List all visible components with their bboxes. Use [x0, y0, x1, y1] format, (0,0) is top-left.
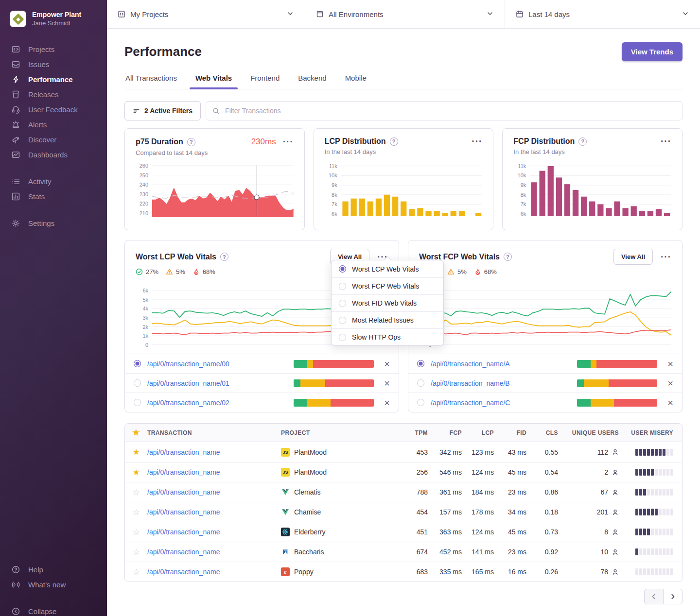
tab-mobile[interactable]: Mobile	[344, 72, 368, 89]
transaction-link[interactable]: /api/0/transaction_name	[147, 448, 220, 456]
dropdown-option-3[interactable]: Most Related Issues	[332, 311, 443, 328]
transaction-link[interactable]: /api/0/transaction_name/A	[431, 360, 510, 368]
sidebar-item-performance[interactable]: Performance	[0, 72, 107, 87]
option-radio[interactable]	[339, 300, 346, 307]
star-icon[interactable]: ★	[132, 468, 140, 477]
transaction-link[interactable]: /api/0/transaction_name	[147, 468, 220, 476]
help-icon[interactable]: ?	[504, 253, 512, 261]
transaction-link[interactable]: /api/0/transaction_name	[147, 528, 220, 536]
dropdown-option-1[interactable]: Worst FCP Web Vitals	[332, 277, 443, 294]
misery-segment	[655, 449, 658, 456]
card-menu-icon[interactable]: ···	[661, 138, 671, 144]
star-icon[interactable]: ★	[132, 448, 140, 456]
active-filters-button[interactable]: 2 Active Filters	[124, 101, 201, 120]
column-header-cls[interactable]: CLS	[526, 429, 558, 436]
org-switcher[interactable]: Empower Plant Jane Schmidt	[0, 8, 107, 27]
project-filter-dropdown[interactable]: My Projects	[107, 0, 305, 28]
sidebar-item-activity[interactable]: Activity	[0, 174, 107, 189]
option-radio[interactable]	[339, 317, 346, 324]
column-header-user-misery[interactable]: USER MISERY	[619, 429, 682, 436]
sidebar-item-discover[interactable]: Discover	[0, 132, 107, 147]
option-radio[interactable]	[339, 334, 346, 341]
help-icon[interactable]: ?	[390, 137, 398, 146]
sidebar-item-projects[interactable]: Projects	[0, 42, 107, 57]
transaction-link[interactable]: /api/0/transaction_name/B	[431, 379, 510, 387]
card-menu-icon[interactable]: ···	[472, 138, 482, 144]
close-icon[interactable]: ×	[384, 359, 390, 369]
tab-backend[interactable]: Backend	[297, 72, 327, 89]
dropdown-option-4[interactable]: Slow HTTP Ops	[332, 328, 443, 345]
view-all-button[interactable]: View All	[613, 249, 653, 265]
previous-page-button[interactable]	[644, 589, 664, 604]
transaction-link[interactable]: /api/0/transaction_name/01	[147, 379, 229, 387]
star-icon[interactable]: ☆	[132, 548, 140, 556]
transaction-link[interactable]: /api/0/transaction_name	[147, 508, 220, 516]
transaction-radio[interactable]	[417, 379, 424, 387]
star-icon[interactable]: ☆	[132, 528, 140, 536]
star-icon[interactable]: ☆	[132, 508, 140, 516]
sidebar-item-settings[interactable]: Settings	[0, 216, 107, 231]
star-icon[interactable]: ☆	[132, 488, 140, 496]
sidebar-item-alerts[interactable]: Alerts	[0, 117, 107, 132]
card-menu-icon[interactable]: ···	[661, 254, 671, 259]
next-page-button[interactable]	[663, 589, 682, 604]
sidebar-item-releases[interactable]: Releases	[0, 87, 107, 102]
option-radio[interactable]	[339, 283, 346, 290]
transaction-link[interactable]: /api/0/transaction_name	[147, 568, 220, 576]
transaction-link[interactable]: /api/0/transaction_name/02	[147, 399, 229, 407]
tab-frontend[interactable]: Frontend	[249, 72, 280, 89]
transaction-link[interactable]: /api/0/transaction_name	[147, 548, 220, 556]
tab-all-transactions[interactable]: All Transactions	[124, 72, 178, 89]
dropdown-option-0[interactable]: Worst LCP Web Vitals	[332, 260, 443, 277]
option-radio[interactable]	[339, 265, 346, 273]
transaction-link[interactable]: /api/0/transaction_name/00	[147, 360, 229, 368]
view-trends-button[interactable]: View Trends	[622, 42, 682, 61]
transaction-radio[interactable]	[417, 360, 424, 367]
close-icon[interactable]: ×	[667, 359, 673, 369]
transaction-radio[interactable]	[417, 399, 424, 406]
transaction-link[interactable]: /api/0/transaction_name	[147, 488, 220, 496]
user-icon	[612, 548, 619, 556]
column-header-transaction[interactable]: TRANSACTION	[147, 429, 281, 436]
close-icon[interactable]: ×	[667, 378, 673, 388]
close-icon[interactable]: ×	[384, 398, 390, 408]
column-header-tpm[interactable]: TPM	[393, 429, 428, 436]
unique-users-value: 2	[604, 468, 608, 476]
help-icon[interactable]: ?	[220, 253, 228, 261]
column-header-unique-users[interactable]: UNIQUE USERS	[558, 429, 619, 436]
misery-segment	[663, 548, 665, 555]
help-icon[interactable]: ?	[578, 137, 587, 146]
column-header-lcp[interactable]: LCP	[462, 429, 494, 436]
transaction-radio[interactable]	[134, 360, 141, 367]
search-input[interactable]	[224, 106, 676, 115]
column-header-fid[interactable]: FID	[494, 429, 526, 436]
fcp-cell: 361 ms	[428, 488, 462, 496]
star-icon[interactable]: ☆	[132, 568, 140, 576]
date-range-dropdown[interactable]: Last 14 days	[505, 0, 700, 28]
unique-users-value: 8	[604, 528, 608, 536]
tab-web-vitals[interactable]: Web Vitals	[194, 72, 233, 89]
unique-users-cell: 8	[558, 528, 619, 536]
column-header-fcp[interactable]: FCP	[428, 429, 462, 436]
dropdown-option-2[interactable]: Worst FID Web Vitals	[332, 294, 443, 311]
transaction-link[interactable]: /api/0/transaction_name/C	[431, 399, 510, 407]
transaction-radio[interactable]	[134, 399, 141, 406]
environment-filter-dropdown[interactable]: All Environments	[305, 0, 505, 28]
axis-tick: 8k	[521, 192, 526, 198]
card-menu-icon[interactable]: ···	[283, 139, 294, 144]
close-icon[interactable]: ×	[667, 398, 673, 408]
sidebar-item-issues[interactable]: Issues	[0, 57, 107, 72]
sidebar-item-stats[interactable]: Stats	[0, 189, 107, 204]
close-icon[interactable]: ×	[384, 378, 390, 388]
chevron-down-icon	[486, 10, 494, 19]
sidebar-item-collapse[interactable]: Collapse	[0, 604, 107, 616]
misery-segment	[643, 548, 646, 555]
sidebar-item-help[interactable]: Help	[0, 562, 107, 577]
meh-segment	[584, 379, 609, 387]
sidebar-item-dashboards[interactable]: Dashboards	[0, 147, 107, 162]
transaction-radio[interactable]	[134, 379, 141, 387]
column-header-project[interactable]: PROJECT	[281, 429, 393, 436]
sidebar-item-whats-new[interactable]: What’s new	[0, 577, 107, 592]
help-icon[interactable]: ?	[187, 138, 195, 146]
sidebar-item-user-feedback[interactable]: User Feedback	[0, 102, 107, 117]
